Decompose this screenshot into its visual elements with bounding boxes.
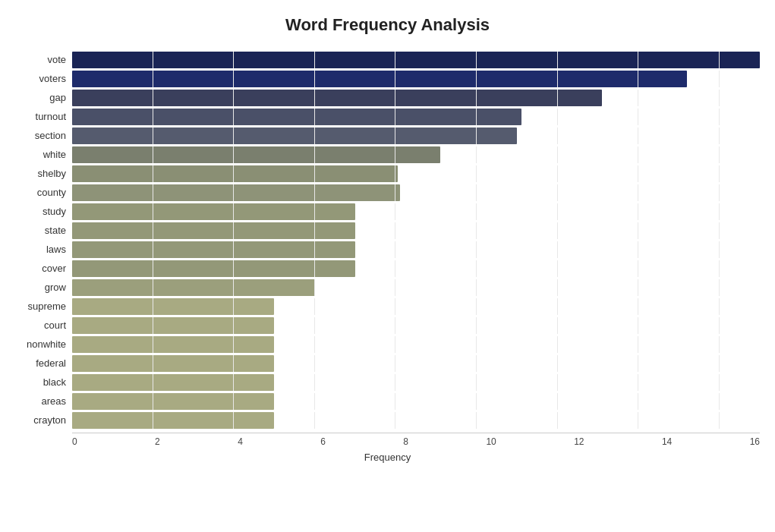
x-tick: 6	[320, 436, 326, 447]
bar-label: cover	[15, 263, 72, 274]
bar-label: black	[15, 376, 72, 388]
bars-section: votevotersgapturnoutsectionwhiteshelbyco…	[15, 50, 760, 430]
bar-label: voters	[15, 73, 72, 84]
bar-fill	[72, 127, 517, 144]
bar-label: supreme	[15, 301, 72, 312]
bar-fill	[72, 412, 274, 429]
bar-track	[72, 393, 760, 410]
bar-row: voters	[15, 71, 760, 87]
bar-fill	[72, 336, 274, 353]
bar-label: section	[15, 130, 72, 141]
x-tick: 12	[574, 436, 584, 447]
x-axis-area: 0246810121416 Frequency	[15, 433, 760, 463]
bar-row: areas	[15, 393, 760, 410]
bar-row: court	[15, 317, 760, 334]
bar-track	[72, 260, 760, 277]
bar-fill	[72, 52, 760, 68]
bar-fill	[72, 184, 400, 201]
bar-fill	[72, 393, 274, 410]
bar-track	[72, 165, 760, 182]
bar-label: court	[15, 320, 72, 331]
bar-row: federal	[15, 355, 760, 372]
chart-area: votevotersgapturnoutsectionwhiteshelbyco…	[15, 50, 760, 461]
x-tick: 16	[750, 436, 760, 447]
bar-label: areas	[15, 395, 72, 407]
bar-fill	[72, 374, 274, 391]
bar-row: laws	[15, 241, 760, 258]
bar-label: federal	[15, 357, 72, 369]
bar-label: county	[15, 187, 72, 198]
bar-track	[72, 317, 760, 334]
bar-track	[72, 146, 760, 163]
x-tick: 14	[662, 436, 672, 447]
bar-fill	[72, 222, 355, 239]
bar-row: gap	[15, 90, 760, 106]
bar-label: white	[15, 149, 72, 160]
x-ticks: 0246810121416	[72, 433, 760, 447]
bar-track	[72, 222, 760, 239]
bar-label: grow	[15, 282, 72, 293]
x-tick: 4	[238, 436, 243, 447]
bar-fill	[72, 241, 355, 258]
bar-row: section	[15, 127, 760, 144]
bar-row: shelby	[15, 165, 760, 182]
bar-row: vote	[15, 52, 760, 68]
bar-track	[72, 52, 760, 68]
bar-fill	[72, 90, 602, 106]
chart-title: Word Frequency Analysis	[15, 15, 760, 35]
bar-row: supreme	[15, 298, 760, 315]
bar-row: nonwhite	[15, 336, 760, 353]
bar-fill	[72, 165, 398, 182]
bar-label: shelby	[15, 168, 72, 179]
bar-fill	[72, 146, 440, 163]
bar-track	[72, 355, 760, 372]
bar-row: white	[15, 146, 760, 163]
bar-track	[72, 412, 760, 429]
bar-track	[72, 298, 760, 315]
x-tick: 8	[403, 436, 408, 447]
bar-fill	[72, 279, 315, 296]
bar-fill	[72, 260, 355, 277]
bar-fill	[72, 317, 274, 334]
bar-label: gap	[15, 92, 72, 103]
bar-label: vote	[15, 54, 72, 65]
bar-label: turnout	[15, 111, 72, 122]
bar-track	[72, 336, 760, 353]
x-tick: 10	[486, 436, 496, 447]
bar-row: state	[15, 222, 760, 239]
bar-row: turnout	[15, 109, 760, 125]
bar-track	[72, 374, 760, 391]
bar-row: crayton	[15, 412, 760, 429]
bar-fill	[72, 203, 355, 220]
bar-fill	[72, 109, 521, 125]
bar-track	[72, 184, 760, 201]
bar-label: nonwhite	[15, 338, 72, 350]
bar-label: crayton	[15, 414, 72, 426]
bar-label: laws	[15, 244, 72, 255]
bar-track	[72, 203, 760, 220]
x-tick: 0	[72, 436, 77, 447]
bar-label: state	[15, 225, 72, 236]
bar-row: black	[15, 374, 760, 391]
bar-track	[72, 71, 760, 87]
bar-fill	[72, 298, 274, 315]
x-tick: 2	[155, 436, 160, 447]
bar-track	[72, 241, 760, 258]
x-axis-label: Frequency	[15, 452, 760, 463]
chart-container: Word Frequency Analysis votevotersgaptur…	[0, 0, 775, 532]
bar-fill	[72, 71, 687, 87]
bar-label: study	[15, 206, 72, 217]
bar-row: cover	[15, 260, 760, 277]
bar-row: county	[15, 184, 760, 201]
bar-track	[72, 109, 760, 125]
bar-row: grow	[15, 279, 760, 296]
bar-track	[72, 127, 760, 144]
bar-row: study	[15, 203, 760, 220]
bar-fill	[72, 355, 274, 372]
bar-track	[72, 279, 760, 296]
bar-track	[72, 90, 760, 106]
